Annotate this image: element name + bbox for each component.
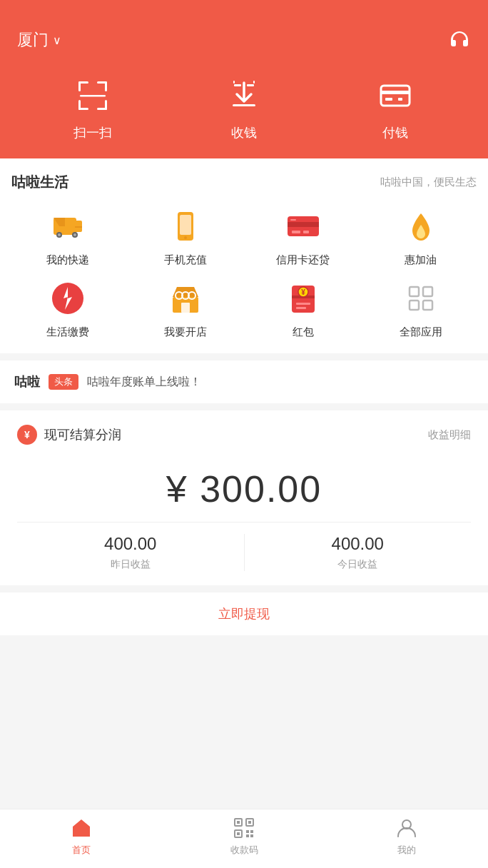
shop-icon <box>166 278 205 318</box>
header-actions: 扫一扫 收钱 <box>17 74 471 141</box>
express-label: 我的快递 <box>46 253 89 267</box>
nav-item-home[interactable]: 首页 <box>0 815 163 857</box>
nav-item-qr[interactable]: 收款码 <box>163 815 325 857</box>
phone-label: 手机充值 <box>164 253 207 267</box>
credit-label: 信用卡还贷 <box>276 253 330 267</box>
all-apps-label: 全部应用 <box>400 326 442 339</box>
yesterday-stat: 400.00 昨日收益 <box>17 534 245 571</box>
collect-icon <box>223 74 265 117</box>
phone-item[interactable]: 手机充值 <box>129 206 241 267</box>
svg-rect-14 <box>385 98 392 101</box>
earnings-title: 现可结算分润 <box>44 426 121 443</box>
collect-action[interactable]: 收钱 <box>168 74 320 141</box>
svg-rect-48 <box>78 831 84 837</box>
news-tag: 头条 <box>49 374 78 390</box>
nav-item-mine[interactable]: 我的 <box>325 815 488 857</box>
mine-icon <box>394 815 420 841</box>
kacha-section-header: 咕啦生活 咕啦中国，便民生态 <box>11 173 477 192</box>
earnings-title-row: ¥ 现可结算分润 <box>17 425 121 445</box>
svg-rect-55 <box>246 830 249 833</box>
redpacket-item[interactable]: ¥ 红包 <box>247 278 359 339</box>
home-icon <box>68 815 94 841</box>
kacha-section-subtitle: 咕啦中国，便民生态 <box>380 176 477 189</box>
today-value: 400.00 <box>332 534 384 554</box>
location-selector[interactable]: 厦门 ∨ <box>17 29 61 51</box>
scan-label: 扫一扫 <box>73 124 112 141</box>
gas-item[interactable]: 惠加油 <box>365 206 477 267</box>
collect-label: 收钱 <box>231 124 257 141</box>
chevron-down-icon: ∨ <box>53 34 61 47</box>
news-section[interactable]: 咕啦 头条 咕啦年度账单上线啦！ <box>0 360 488 403</box>
svg-rect-30 <box>303 231 309 233</box>
svg-point-23 <box>73 233 76 236</box>
shop-label: 我要开店 <box>164 326 207 339</box>
express-item[interactable]: 我的快递 <box>11 206 123 267</box>
today-label: 今日收益 <box>337 558 377 571</box>
svg-rect-31 <box>290 219 296 221</box>
earnings-amount: ¥ 300.00 <box>17 456 471 522</box>
svg-rect-12 <box>381 86 410 106</box>
header-top: 厦门 ∨ <box>17 29 471 51</box>
earnings-section: ¥ 现可结算分润 收益明细 ¥ 300.00 400.00 昨日收益 400.0… <box>0 410 488 585</box>
svg-rect-46 <box>410 301 419 310</box>
svg-rect-29 <box>292 231 300 233</box>
headset-icon[interactable] <box>448 29 471 51</box>
cta-text[interactable]: 立即提现 <box>218 607 270 621</box>
utility-icon <box>48 278 88 318</box>
utility-item[interactable]: 生活缴费 <box>11 278 123 339</box>
svg-rect-7 <box>105 100 107 110</box>
nav-qr-label: 收款码 <box>230 844 258 857</box>
news-brand: 咕啦 <box>14 373 40 390</box>
svg-rect-54 <box>237 832 240 835</box>
pay-label: 付钱 <box>382 124 408 141</box>
utility-label: 生活缴费 <box>46 326 89 339</box>
svg-rect-34 <box>181 303 190 313</box>
shop-item[interactable]: 我要开店 <box>129 278 241 339</box>
svg-rect-10 <box>247 84 254 86</box>
pay-action[interactable]: 付钱 <box>320 74 471 141</box>
svg-text:¥: ¥ <box>301 288 305 296</box>
news-text: 咕啦年度账单上线啦！ <box>87 375 201 390</box>
svg-rect-45 <box>423 287 432 296</box>
bottom-spacer <box>0 642 488 700</box>
redpacket-icon: ¥ <box>283 278 323 318</box>
svg-rect-52 <box>237 821 240 824</box>
today-stat: 400.00 今日收益 <box>245 534 472 571</box>
phone-icon <box>166 206 205 246</box>
bottom-nav: 首页 收款码 我的 <box>0 809 488 868</box>
earnings-stats: 400.00 昨日收益 400.00 今日收益 <box>17 522 471 571</box>
kacha-life-section: 咕啦生活 咕啦中国，便民生态 我的快递 <box>0 158 488 353</box>
svg-rect-53 <box>248 821 251 824</box>
svg-rect-11 <box>233 104 255 106</box>
earnings-detail-link[interactable]: 收益明细 <box>428 428 471 442</box>
express-icon <box>48 206 88 246</box>
header: 厦门 ∨ <box>0 0 488 158</box>
credit-item[interactable]: 信用卡还贷 <box>247 206 359 267</box>
scan-action[interactable]: 扫一扫 <box>17 74 168 141</box>
earnings-header: ¥ 现可结算分润 收益明细 <box>17 425 471 445</box>
scan-icon <box>71 74 114 117</box>
svg-rect-56 <box>250 830 253 833</box>
kacha-grid: 我的快递 手机充值 <box>11 206 477 339</box>
svg-rect-8 <box>80 95 106 97</box>
svg-rect-47 <box>423 301 432 310</box>
yesterday-label: 昨日收益 <box>111 558 151 571</box>
svg-rect-5 <box>78 100 81 110</box>
location-text: 厦门 <box>17 29 49 51</box>
svg-rect-58 <box>250 834 253 837</box>
redpacket-label: 红包 <box>293 326 314 339</box>
yesterday-value: 400.00 <box>104 534 156 554</box>
all-apps-item[interactable]: 全部应用 <box>365 278 477 339</box>
qr-icon <box>231 815 257 841</box>
gas-label: 惠加油 <box>405 253 437 267</box>
svg-rect-42 <box>296 303 310 305</box>
credit-icon <box>283 206 323 246</box>
svg-point-22 <box>58 233 61 236</box>
cta-section[interactable]: 立即提现 <box>0 592 488 635</box>
svg-rect-44 <box>410 287 419 296</box>
svg-rect-43 <box>296 307 306 309</box>
svg-rect-57 <box>246 834 249 837</box>
svg-rect-1 <box>78 81 81 91</box>
svg-rect-3 <box>105 81 107 91</box>
nav-mine-label: 我的 <box>397 844 416 857</box>
